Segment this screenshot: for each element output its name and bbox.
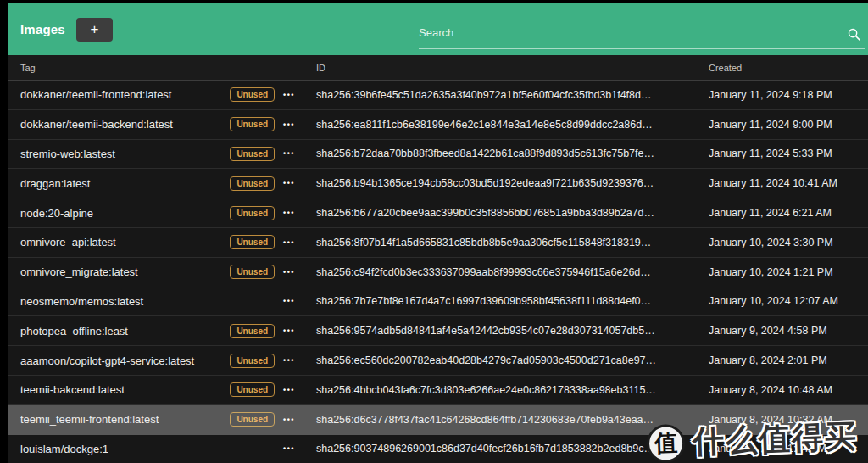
image-tag: photopea_offline:least [20,325,230,337]
image-tag: draggan:latest [20,177,230,190]
table-row[interactable]: node:20-alpine Unused ••• sha256:b677a20… [8,198,868,228]
image-id: sha256:90374896269001c86d37d40fecf26b16f… [306,443,709,455]
image-id: sha256:9574adb5d84841af4e5a42442cb9354c0… [306,325,709,337]
tag-cell: omnivore_migrate:latest Unused ••• [8,265,306,279]
image-id: sha256:39b6fe45c51da2635a3f40b972a1bf5e6… [306,89,709,101]
image-id: sha256:d6c3778f437fac41c64268cd864ffb714… [306,414,709,426]
tag-cell: dokkaner/teemii-backend:latest Unused ••… [8,117,306,131]
image-tag: stremio-web:lastest [20,148,230,160]
unused-badge: Unused [230,324,275,338]
image-tag: teemii_teemii-frontend:latest [20,413,230,426]
image-created: January 8, 2024 10:32 AM [709,414,868,426]
tag-cell: dokkaner/teemii-frontend:latest Unused •… [8,87,306,102]
table-row[interactable]: stremio-web:lastest Unused ••• sha256:b7… [8,140,868,170]
image-id: sha256:7b7e7bf8e167d4a7c16997d39609b958b… [306,295,709,307]
image-id: sha256:b94b1365ce194cb58cc03bd5d192edeaa… [306,177,709,189]
row-menu-button[interactable]: ••• [283,238,295,247]
image-id: sha256:b72daa70bb88f3fbeed8a1422b61ca88f… [306,148,709,159]
table-row[interactable]: teemii_teemii-frontend:latest Unused •••… [8,405,868,435]
table-row[interactable]: louislam/dockge:1 ••• sha256:90374896269… [8,435,868,463]
unused-badge: Unused [230,87,275,102]
table-row[interactable]: dokkaner/teemii-backend:latest Unused ••… [8,110,868,140]
table-row[interactable]: neosmemo/memos:latest ••• sha256:7b7e7bf… [8,287,868,317]
image-id: sha256:ea811f1cb6e38199e46e2c1e844e3a14e… [306,119,709,131]
tag-cell: draggan:latest Unused ••• [8,176,306,191]
images-page: Images + Tag ID Created dokkaner/teemii-… [8,3,868,463]
tag-cell: teemii-bakcend:latest Unused ••• [8,382,306,397]
tag-cell: photopea_offline:least Unused ••• [8,324,306,338]
unused-badge: Unused [230,206,275,220]
unused-badge: Unused [230,265,275,279]
image-tag: node:20-alpine [20,207,230,220]
row-menu-button[interactable]: ••• [283,297,295,305]
image-created: January 11, 2024 6:21 AM [709,207,868,219]
row-menu-button[interactable]: ••• [283,356,295,365]
image-created: January 8, 2024 1:04 AM [709,443,868,455]
image-tag: omnivore_migrate:latest [20,265,230,278]
search-field-wrap [419,14,865,49]
table-body: dokkaner/teemii-frontend:latest Unused •… [8,81,868,463]
image-id: sha256:8f07b14f1a5d665831c85bdb8b5e9aa30… [306,237,709,248]
row-menu-button[interactable]: ••• [283,149,295,158]
tag-cell: louislam/dockge:1 ••• [8,443,306,455]
image-created: January 8, 2024 2:01 PM [709,354,868,366]
search-icon[interactable] [847,27,861,42]
image-created: January 9, 2024 4:58 PM [709,325,868,337]
image-created: January 11, 2024 5:33 PM [709,148,868,159]
unused-badge: Unused [230,354,275,368]
search-input[interactable] [419,14,865,49]
image-id: sha256:b677a20cbee9aac399b0c35f8856bb076… [306,207,709,219]
image-created: January 11, 2024 10:41 AM [709,177,868,189]
table-row[interactable]: draggan:latest Unused ••• sha256:b94b136… [8,169,868,198]
tag-cell: node:20-alpine Unused ••• [8,206,306,220]
image-created: January 10, 2024 12:07 AM [709,295,868,307]
row-menu-button[interactable]: ••• [283,326,295,335]
image-created: January 10, 2024 3:30 PM [709,237,868,248]
unused-badge: Unused [230,176,275,191]
image-tag: teemii-bakcend:latest [20,383,230,396]
tag-cell: neosmemo/memos:latest ••• [8,295,306,308]
row-menu-button[interactable]: ••• [283,444,295,453]
image-created: January 10, 2024 1:21 PM [709,266,868,278]
image-id: sha256:ec560dc200782eab40d28b4279c7ad059… [306,354,709,366]
row-menu-button[interactable]: ••• [283,91,295,99]
column-header-tag: Tag [8,63,306,73]
image-tag: omnivore_api:latest [20,236,230,248]
unused-badge: Unused [230,117,275,131]
row-menu-button[interactable]: ••• [283,268,295,276]
row-menu-button[interactable]: ••• [283,120,295,129]
image-tag: dokkaner/teemii-backend:latest [20,118,230,131]
unused-badge: Unused [230,382,275,397]
image-tag: dokkaner/teemii-frontend:latest [20,88,230,101]
add-image-button[interactable]: + [76,18,113,42]
table-row[interactable]: omnivore_migrate:latest Unused ••• sha25… [8,258,868,287]
page-title: Images [20,22,65,36]
row-menu-button[interactable]: ••• [283,209,295,217]
unused-badge: Unused [230,412,275,427]
image-created: January 11, 2024 9:00 PM [709,119,868,131]
image-id: sha256:c94f2fcd0b3ec333637099aab8f99993c… [306,266,709,278]
image-tag: neosmemo/memos:latest [20,295,283,308]
image-tag: louislam/dockge:1 [20,443,283,455]
tag-cell: stremio-web:lastest Unused ••• [8,147,306,161]
unused-badge: Unused [230,147,275,161]
row-menu-button[interactable]: ••• [283,416,295,424]
image-created: January 11, 2024 9:18 PM [709,89,868,101]
table-row[interactable]: photopea_offline:least Unused ••• sha256… [8,316,868,346]
table-row[interactable]: aaamoon/copilot-gpt4-service:latest Unus… [8,346,868,376]
column-header-created: Created [709,63,868,73]
row-menu-button[interactable]: ••• [283,179,295,187]
tag-cell: teemii_teemii-frontend:latest Unused ••• [8,412,306,427]
row-menu-button[interactable]: ••• [283,386,295,394]
table-row[interactable]: omnivore_api:latest Unused ••• sha256:8f… [8,228,868,258]
table-header-row: Tag ID Created [8,55,868,81]
image-created: January 8, 2024 10:48 AM [709,384,868,396]
image-id: sha256:4bbcb043fa6c7fc3d803e6266ae24e0c8… [306,384,709,396]
unused-badge: Unused [230,235,275,249]
table-row[interactable]: dokkaner/teemii-frontend:latest Unused •… [8,81,868,110]
app-bar: Images + [8,3,868,55]
tag-cell: aaamoon/copilot-gpt4-service:latest Unus… [8,354,306,368]
column-header-id: ID [306,63,709,73]
table-row[interactable]: teemii-bakcend:latest Unused ••• sha256:… [8,376,868,405]
tag-cell: omnivore_api:latest Unused ••• [8,235,306,249]
